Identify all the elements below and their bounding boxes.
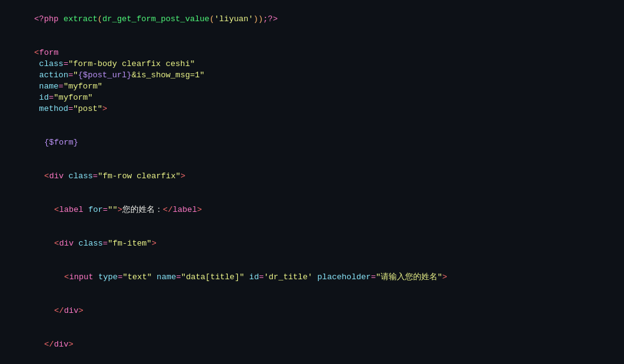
line-3: {$form} (0, 126, 624, 160)
line-6: <div class="fm-item"> (0, 227, 624, 261)
php-open-tag: <?php (34, 14, 64, 24)
line-7: <input type="text" name="data[title]" id… (0, 261, 624, 294)
line-10 (0, 362, 624, 364)
line-1: <?php extract(dr_get_form_post_value('li… (0, 2, 624, 36)
code-editor: <?php extract(dr_get_form_post_value('li… (0, 0, 624, 364)
action-attr: action (39, 70, 69, 80)
line-2: <form class="form-body clearfix ceshi" a… (0, 36, 624, 126)
line-5: <label for="">您的姓名：</label> (0, 193, 624, 227)
line-4: <div class="fm-row clearfix"> (0, 160, 624, 193)
line-8: </div> (0, 294, 624, 328)
line-9: </div> (0, 328, 624, 362)
